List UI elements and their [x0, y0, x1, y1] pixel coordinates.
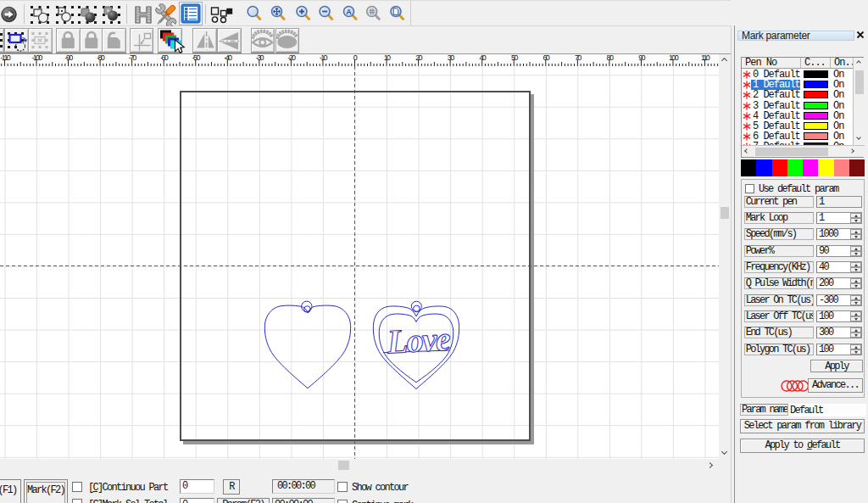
svg-text:100: 100 [669, 54, 679, 62]
svg-text:-20: -20 [287, 54, 296, 62]
svg-text:110: 110 [701, 54, 710, 62]
svg-text:-60: -60 [160, 54, 169, 62]
svg-text:70: 70 [575, 54, 581, 62]
svg-text:-50: -50 [192, 54, 201, 62]
svg-text:-10: -10 [320, 54, 328, 62]
svg-text:80: 80 [607, 54, 614, 62]
svg-text:-70: -70 [129, 54, 137, 62]
svg-text:-90: -90 [65, 54, 74, 62]
svg-text:-100: -100 [31, 54, 42, 62]
svg-text:90: 90 [638, 54, 645, 62]
svg-text:30: 30 [448, 54, 454, 62]
svg-text:20: 20 [415, 54, 422, 62]
svg-text:10: 10 [384, 54, 391, 62]
svg-text:A: A [346, 8, 352, 16]
svg-text:-80: -80 [97, 54, 105, 62]
svg-text:0: 0 [353, 54, 358, 62]
svg-text:Love: Love [386, 320, 451, 361]
svg-text:-110: -110 [1, 54, 11, 62]
svg-text:60: 60 [542, 54, 549, 62]
svg-text:-30: -30 [256, 54, 264, 62]
svg-text:50: 50 [511, 54, 518, 62]
svg-text:40: 40 [479, 54, 486, 62]
svg-text:-40: -40 [224, 54, 232, 62]
